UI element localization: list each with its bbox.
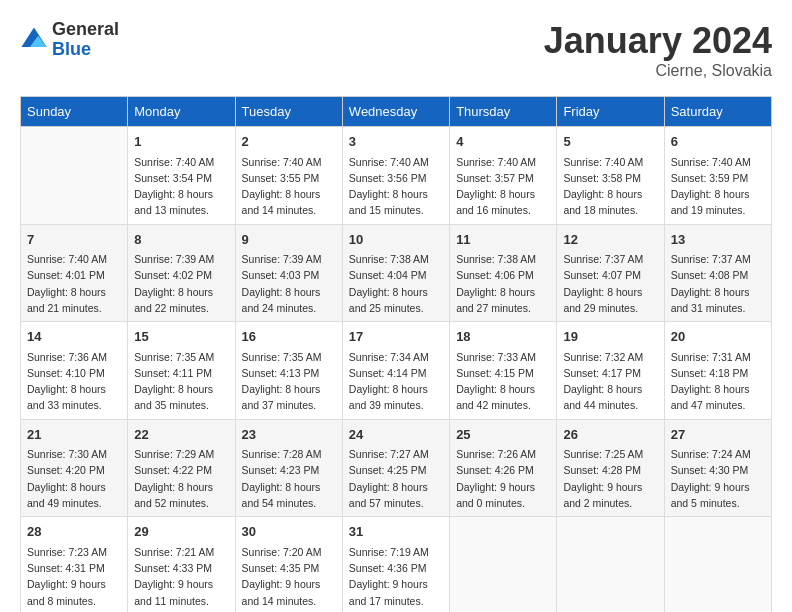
weekday-header-friday: Friday: [557, 97, 664, 127]
day-info: Sunrise: 7:29 AM Sunset: 4:22 PM Dayligh…: [134, 446, 228, 511]
weekday-header-thursday: Thursday: [450, 97, 557, 127]
calendar-cell: 21Sunrise: 7:30 AM Sunset: 4:20 PM Dayli…: [21, 419, 128, 517]
day-info: Sunrise: 7:38 AM Sunset: 4:06 PM Dayligh…: [456, 251, 550, 316]
day-number: 29: [134, 522, 228, 542]
day-number: 2: [242, 132, 336, 152]
calendar-cell: 12Sunrise: 7:37 AM Sunset: 4:07 PM Dayli…: [557, 224, 664, 322]
day-number: 17: [349, 327, 443, 347]
day-info: Sunrise: 7:35 AM Sunset: 4:11 PM Dayligh…: [134, 349, 228, 414]
logo-icon: [20, 26, 48, 54]
day-info: Sunrise: 7:21 AM Sunset: 4:33 PM Dayligh…: [134, 544, 228, 609]
day-info: Sunrise: 7:39 AM Sunset: 4:03 PM Dayligh…: [242, 251, 336, 316]
page-header: General Blue January 2024 Cierne, Slovak…: [20, 20, 772, 80]
day-info: Sunrise: 7:40 AM Sunset: 3:55 PM Dayligh…: [242, 154, 336, 219]
day-number: 4: [456, 132, 550, 152]
week-row-3: 14Sunrise: 7:36 AM Sunset: 4:10 PM Dayli…: [21, 322, 772, 420]
day-number: 16: [242, 327, 336, 347]
day-info: Sunrise: 7:40 AM Sunset: 3:58 PM Dayligh…: [563, 154, 657, 219]
calendar-cell: 26Sunrise: 7:25 AM Sunset: 4:28 PM Dayli…: [557, 419, 664, 517]
day-number: 31: [349, 522, 443, 542]
day-info: Sunrise: 7:32 AM Sunset: 4:17 PM Dayligh…: [563, 349, 657, 414]
day-info: Sunrise: 7:35 AM Sunset: 4:13 PM Dayligh…: [242, 349, 336, 414]
week-row-2: 7Sunrise: 7:40 AM Sunset: 4:01 PM Daylig…: [21, 224, 772, 322]
day-number: 1: [134, 132, 228, 152]
logo: General Blue: [20, 20, 119, 60]
day-info: Sunrise: 7:31 AM Sunset: 4:18 PM Dayligh…: [671, 349, 765, 414]
calendar-cell: 6Sunrise: 7:40 AM Sunset: 3:59 PM Daylig…: [664, 127, 771, 225]
day-info: Sunrise: 7:40 AM Sunset: 3:57 PM Dayligh…: [456, 154, 550, 219]
calendar-cell: 2Sunrise: 7:40 AM Sunset: 3:55 PM Daylig…: [235, 127, 342, 225]
day-number: 27: [671, 425, 765, 445]
weekday-header-tuesday: Tuesday: [235, 97, 342, 127]
day-number: 13: [671, 230, 765, 250]
day-number: 8: [134, 230, 228, 250]
day-number: 12: [563, 230, 657, 250]
calendar-cell: [21, 127, 128, 225]
calendar-cell: [450, 517, 557, 612]
day-number: 6: [671, 132, 765, 152]
calendar-cell: [664, 517, 771, 612]
day-number: 20: [671, 327, 765, 347]
day-number: 3: [349, 132, 443, 152]
day-number: 9: [242, 230, 336, 250]
day-number: 5: [563, 132, 657, 152]
day-info: Sunrise: 7:33 AM Sunset: 4:15 PM Dayligh…: [456, 349, 550, 414]
day-number: 22: [134, 425, 228, 445]
day-info: Sunrise: 7:19 AM Sunset: 4:36 PM Dayligh…: [349, 544, 443, 609]
calendar-cell: 3Sunrise: 7:40 AM Sunset: 3:56 PM Daylig…: [342, 127, 449, 225]
calendar-cell: 28Sunrise: 7:23 AM Sunset: 4:31 PM Dayli…: [21, 517, 128, 612]
calendar-cell: 9Sunrise: 7:39 AM Sunset: 4:03 PM Daylig…: [235, 224, 342, 322]
day-number: 10: [349, 230, 443, 250]
day-info: Sunrise: 7:40 AM Sunset: 3:56 PM Dayligh…: [349, 154, 443, 219]
weekday-header-row: SundayMondayTuesdayWednesdayThursdayFrid…: [21, 97, 772, 127]
calendar-cell: 14Sunrise: 7:36 AM Sunset: 4:10 PM Dayli…: [21, 322, 128, 420]
day-info: Sunrise: 7:30 AM Sunset: 4:20 PM Dayligh…: [27, 446, 121, 511]
calendar-cell: 19Sunrise: 7:32 AM Sunset: 4:17 PM Dayli…: [557, 322, 664, 420]
day-info: Sunrise: 7:20 AM Sunset: 4:35 PM Dayligh…: [242, 544, 336, 609]
day-number: 24: [349, 425, 443, 445]
day-info: Sunrise: 7:36 AM Sunset: 4:10 PM Dayligh…: [27, 349, 121, 414]
title-block: January 2024 Cierne, Slovakia: [544, 20, 772, 80]
day-number: 28: [27, 522, 121, 542]
day-info: Sunrise: 7:26 AM Sunset: 4:26 PM Dayligh…: [456, 446, 550, 511]
logo-text: General Blue: [52, 20, 119, 60]
day-number: 19: [563, 327, 657, 347]
calendar-cell: 17Sunrise: 7:34 AM Sunset: 4:14 PM Dayli…: [342, 322, 449, 420]
day-info: Sunrise: 7:38 AM Sunset: 4:04 PM Dayligh…: [349, 251, 443, 316]
logo-general: General: [52, 20, 119, 40]
day-number: 25: [456, 425, 550, 445]
day-number: 15: [134, 327, 228, 347]
weekday-header-sunday: Sunday: [21, 97, 128, 127]
day-info: Sunrise: 7:27 AM Sunset: 4:25 PM Dayligh…: [349, 446, 443, 511]
calendar-cell: 22Sunrise: 7:29 AM Sunset: 4:22 PM Dayli…: [128, 419, 235, 517]
calendar-cell: 16Sunrise: 7:35 AM Sunset: 4:13 PM Dayli…: [235, 322, 342, 420]
calendar-cell: 1Sunrise: 7:40 AM Sunset: 3:54 PM Daylig…: [128, 127, 235, 225]
day-info: Sunrise: 7:40 AM Sunset: 3:59 PM Dayligh…: [671, 154, 765, 219]
day-number: 18: [456, 327, 550, 347]
calendar-cell: 10Sunrise: 7:38 AM Sunset: 4:04 PM Dayli…: [342, 224, 449, 322]
calendar-cell: 13Sunrise: 7:37 AM Sunset: 4:08 PM Dayli…: [664, 224, 771, 322]
day-info: Sunrise: 7:40 AM Sunset: 3:54 PM Dayligh…: [134, 154, 228, 219]
calendar-cell: 27Sunrise: 7:24 AM Sunset: 4:30 PM Dayli…: [664, 419, 771, 517]
day-info: Sunrise: 7:28 AM Sunset: 4:23 PM Dayligh…: [242, 446, 336, 511]
calendar-cell: 15Sunrise: 7:35 AM Sunset: 4:11 PM Dayli…: [128, 322, 235, 420]
month-title: January 2024: [544, 20, 772, 62]
logo-blue: Blue: [52, 40, 119, 60]
weekday-header-monday: Monday: [128, 97, 235, 127]
calendar-cell: [557, 517, 664, 612]
day-number: 21: [27, 425, 121, 445]
day-info: Sunrise: 7:37 AM Sunset: 4:07 PM Dayligh…: [563, 251, 657, 316]
calendar-cell: 23Sunrise: 7:28 AM Sunset: 4:23 PM Dayli…: [235, 419, 342, 517]
day-info: Sunrise: 7:23 AM Sunset: 4:31 PM Dayligh…: [27, 544, 121, 609]
calendar-cell: 8Sunrise: 7:39 AM Sunset: 4:02 PM Daylig…: [128, 224, 235, 322]
calendar-cell: 4Sunrise: 7:40 AM Sunset: 3:57 PM Daylig…: [450, 127, 557, 225]
day-number: 7: [27, 230, 121, 250]
day-number: 14: [27, 327, 121, 347]
day-info: Sunrise: 7:37 AM Sunset: 4:08 PM Dayligh…: [671, 251, 765, 316]
day-info: Sunrise: 7:34 AM Sunset: 4:14 PM Dayligh…: [349, 349, 443, 414]
day-info: Sunrise: 7:40 AM Sunset: 4:01 PM Dayligh…: [27, 251, 121, 316]
day-info: Sunrise: 7:25 AM Sunset: 4:28 PM Dayligh…: [563, 446, 657, 511]
calendar-cell: 24Sunrise: 7:27 AM Sunset: 4:25 PM Dayli…: [342, 419, 449, 517]
day-info: Sunrise: 7:24 AM Sunset: 4:30 PM Dayligh…: [671, 446, 765, 511]
calendar-cell: 29Sunrise: 7:21 AM Sunset: 4:33 PM Dayli…: [128, 517, 235, 612]
